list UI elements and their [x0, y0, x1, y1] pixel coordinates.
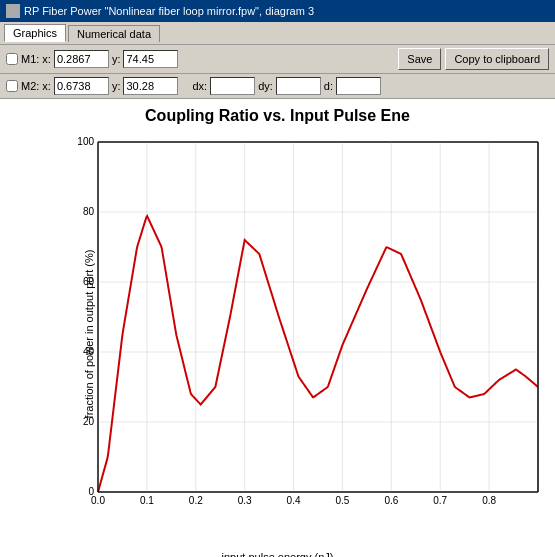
tab-graphics[interactable]: Graphics: [4, 24, 66, 42]
copy-button[interactable]: Copy to clipboard: [445, 48, 549, 70]
controls-row-2: M2: x: y: dx: dy: d:: [0, 74, 555, 99]
title-bar: RP Fiber Power "Nonlinear fiber loop mir…: [0, 0, 555, 22]
m1-x-label: x:: [42, 53, 51, 65]
chart-container: Coupling Ratio vs. Input Pulse Ene fract…: [0, 99, 555, 557]
marker2-row: M2: x: y:: [6, 77, 178, 95]
tab-bar: Graphics Numerical data: [0, 22, 555, 45]
m2-checkbox[interactable]: [6, 80, 18, 92]
dx-input[interactable]: [210, 77, 255, 95]
save-button[interactable]: Save: [398, 48, 441, 70]
m2-y-input[interactable]: [123, 77, 178, 95]
x-axis-label: input pulse energy (nJ): [222, 551, 334, 557]
marker1-row: M1: x: y:: [6, 50, 178, 68]
dx-label: dx:: [192, 80, 207, 92]
d-label: d:: [324, 80, 333, 92]
chart-title: Coupling Ratio vs. Input Pulse Ene: [0, 99, 555, 129]
title-bar-icon: [6, 4, 20, 18]
m2-label: M2:: [21, 80, 39, 92]
m2-x-label: x:: [42, 80, 51, 92]
window-title: RP Fiber Power "Nonlinear fiber loop mir…: [24, 5, 314, 17]
m1-x-input[interactable]: [54, 50, 109, 68]
dy-input[interactable]: [276, 77, 321, 95]
m2-x-input[interactable]: [54, 77, 109, 95]
d-input[interactable]: [336, 77, 381, 95]
m1-y-label: y:: [112, 53, 121, 65]
controls-row-1: M1: x: y: Save Copy to clipboard: [0, 45, 555, 74]
tab-numerical[interactable]: Numerical data: [68, 25, 160, 42]
m1-checkbox[interactable]: [6, 53, 18, 65]
diff-row: dx: dy: d:: [192, 77, 381, 95]
m1-label: M1:: [21, 53, 39, 65]
dy-label: dy:: [258, 80, 273, 92]
m1-y-input[interactable]: [123, 50, 178, 68]
m2-y-label: y:: [112, 80, 121, 92]
